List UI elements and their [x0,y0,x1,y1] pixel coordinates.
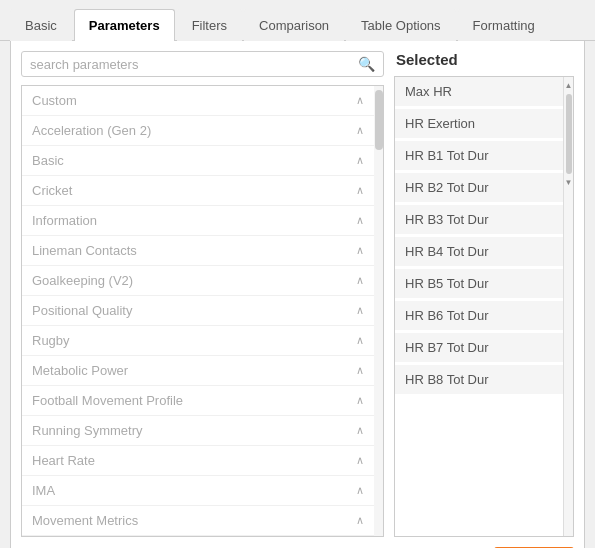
tab-comparison[interactable]: Comparison [244,9,344,41]
left-item-basic[interactable]: Basic∧ [22,146,374,176]
selected-item-hr-b4-tot-dur[interactable]: HR B4 Tot Dur [395,237,563,269]
left-item-positional-quality[interactable]: Positional Quality∧ [22,296,374,326]
right-list-container: Max HRHR ExertionHR B1 Tot DurHR B2 Tot … [394,76,574,537]
chevron-icon-cricket: ∧ [356,184,364,197]
left-item-label-goalkeeping-v2: Goalkeeping (V2) [32,273,133,288]
tab-table-options[interactable]: Table Options [346,9,456,41]
left-item-label-football-movement-profile: Football Movement Profile [32,393,183,408]
tabs-bar: BasicParametersFiltersComparisonTable Op… [0,0,595,41]
tab-formatting[interactable]: Formatting [458,9,550,41]
selected-item-hr-b3-tot-dur[interactable]: HR B3 Tot Dur [395,205,563,237]
left-item-heart-rate[interactable]: Heart Rate∧ [22,446,374,476]
left-item-label-cricket: Cricket [32,183,72,198]
tab-parameters[interactable]: Parameters [74,9,175,41]
left-item-label-custom: Custom [32,93,77,108]
selected-item-hr-exertion[interactable]: HR Exertion [395,109,563,141]
left-item-cricket[interactable]: Cricket∧ [22,176,374,206]
chevron-icon-heart-rate: ∧ [356,454,364,467]
left-scrollbar[interactable] [374,85,384,537]
footer: Done [21,537,574,548]
left-item-information[interactable]: Information∧ [22,206,374,236]
selected-item-hr-b1-tot-dur[interactable]: HR B1 Tot Dur [395,141,563,173]
left-panel: 🔍 Custom∧Acceleration (Gen 2)∧Basic∧Cric… [21,51,384,537]
chevron-icon-ima: ∧ [356,484,364,497]
chevron-icon-positional-quality: ∧ [356,304,364,317]
left-item-label-positional-quality: Positional Quality [32,303,132,318]
left-item-label-rugby: Rugby [32,333,70,348]
left-item-football-movement-profile[interactable]: Football Movement Profile∧ [22,386,374,416]
left-item-label-running-symmetry: Running Symmetry [32,423,143,438]
left-item-label-movement-metrics: Movement Metrics [32,513,138,528]
selected-item-hr-b2-tot-dur[interactable]: HR B2 Tot Dur [395,173,563,205]
selected-item-max-hr[interactable]: Max HR [395,77,563,109]
left-list: Custom∧Acceleration (Gen 2)∧Basic∧Cricke… [21,85,374,537]
right-scroll-down-icon[interactable]: ▼ [563,176,574,189]
selected-item-hr-b5-tot-dur[interactable]: HR B5 Tot Dur [395,269,563,301]
selected-item-hr-b6-tot-dur[interactable]: HR B6 Tot Dur [395,301,563,333]
search-input[interactable] [30,57,358,72]
left-item-label-basic: Basic [32,153,64,168]
right-list: Max HRHR ExertionHR B1 Tot DurHR B2 Tot … [395,77,563,536]
left-list-wrapper: Custom∧Acceleration (Gen 2)∧Basic∧Cricke… [21,85,384,537]
left-scroll-thumb [375,90,383,150]
chevron-icon-running-symmetry: ∧ [356,424,364,437]
search-icon: 🔍 [358,56,375,72]
chevron-icon-rugby: ∧ [356,334,364,347]
left-item-acceleration-gen2[interactable]: Acceleration (Gen 2)∧ [22,116,374,146]
left-item-label-heart-rate: Heart Rate [32,453,95,468]
left-item-label-ima: IMA [32,483,55,498]
chevron-icon-lineman-contacts: ∧ [356,244,364,257]
chevron-icon-metabolic-power: ∧ [356,364,364,377]
left-item-ima[interactable]: IMA∧ [22,476,374,506]
left-item-goalkeeping-v2[interactable]: Goalkeeping (V2)∧ [22,266,374,296]
chevron-icon-football-movement-profile: ∧ [356,394,364,407]
right-scroll-thumb [566,94,572,174]
right-scroll-up-icon[interactable]: ▲ [563,79,574,92]
left-item-label-lineman-contacts: Lineman Contacts [32,243,137,258]
chevron-icon-information: ∧ [356,214,364,227]
chevron-icon-custom: ∧ [356,94,364,107]
panels: 🔍 Custom∧Acceleration (Gen 2)∧Basic∧Cric… [21,51,574,537]
chevron-icon-movement-metrics: ∧ [356,514,364,527]
right-panel: Selected Max HRHR ExertionHR B1 Tot DurH… [394,51,574,537]
left-item-running-symmetry[interactable]: Running Symmetry∧ [22,416,374,446]
chevron-icon-goalkeeping-v2: ∧ [356,274,364,287]
chevron-icon-acceleration-gen2: ∧ [356,124,364,137]
selected-item-hr-b8-tot-dur[interactable]: HR B8 Tot Dur [395,365,563,397]
left-item-label-metabolic-power: Metabolic Power [32,363,128,378]
chevron-icon-basic: ∧ [356,154,364,167]
right-scrollbar[interactable]: ▲ ▼ [563,77,573,536]
search-box: 🔍 [21,51,384,77]
main-content: 🔍 Custom∧Acceleration (Gen 2)∧Basic∧Cric… [10,41,585,548]
left-item-rugby[interactable]: Rugby∧ [22,326,374,356]
left-item-label-information: Information [32,213,97,228]
selected-item-hr-b7-tot-dur[interactable]: HR B7 Tot Dur [395,333,563,365]
left-item-lineman-contacts[interactable]: Lineman Contacts∧ [22,236,374,266]
left-item-custom[interactable]: Custom∧ [22,86,374,116]
tab-basic[interactable]: Basic [10,9,72,41]
tab-filters[interactable]: Filters [177,9,242,41]
selected-header: Selected [394,51,574,68]
left-item-metabolic-power[interactable]: Metabolic Power∧ [22,356,374,386]
left-item-label-acceleration-gen2: Acceleration (Gen 2) [32,123,151,138]
left-item-movement-metrics[interactable]: Movement Metrics∧ [22,506,374,536]
app-container: BasicParametersFiltersComparisonTable Op… [0,0,595,548]
